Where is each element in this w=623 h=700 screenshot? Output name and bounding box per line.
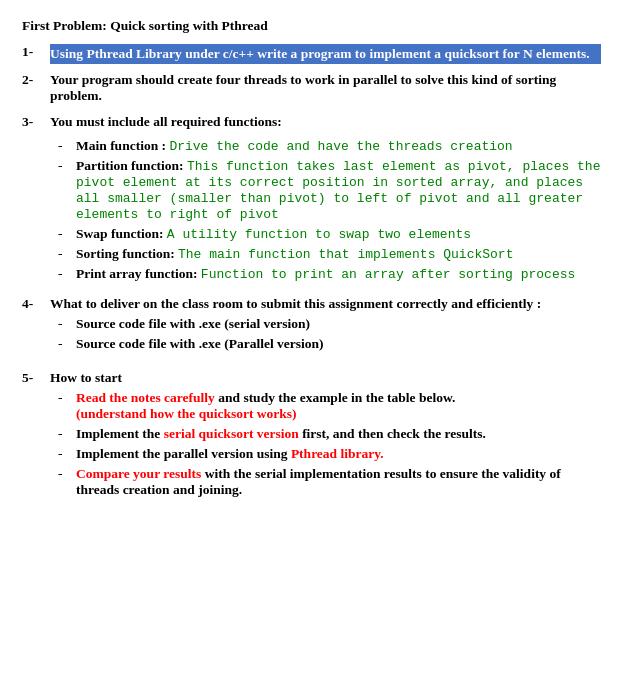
item-text-5: How to start [50, 370, 122, 385]
page-title: First Problem: Quick sorting with Pthrea… [22, 18, 601, 34]
dash-2: - [58, 158, 76, 174]
howto-item-2: - Implement the serial quicksort version… [58, 426, 601, 442]
function-print-desc: Function to print an array after sorting… [201, 267, 575, 282]
function-partition-label: Partition function: [76, 158, 184, 173]
howto-prefix-2: Implement the [76, 426, 164, 441]
list-item-1: 1- Using Pthread Library under c/c++ wri… [22, 44, 601, 64]
function-sorting-content: Sorting function: The main function that… [76, 246, 601, 262]
howto-content-4: Compare your results with the serial imp… [76, 466, 601, 498]
howto-suffix-2: first, and then check the results. [299, 426, 486, 441]
function-item-sorting: - Sorting function: The main function th… [58, 246, 601, 262]
function-main-desc: Drive the code and have the threads crea… [169, 139, 512, 154]
howto-dash-3: - [58, 446, 76, 462]
item-num-1: 1- [22, 44, 50, 60]
item-text-3: You must include all required functions: [50, 114, 282, 129]
functions-list: - Main function : Drive the code and hav… [58, 138, 601, 282]
deliver-dash-2: - [58, 336, 76, 352]
item-num-2: 2- [22, 72, 50, 88]
deliver-list: - Source code file with .exe (serial ver… [58, 316, 601, 352]
function-swap-label: Swap function: [76, 226, 163, 241]
function-swap-content: Swap function: A utility function to swa… [76, 226, 601, 242]
function-item-partition: - Partition function: This function take… [58, 158, 601, 222]
item-text-2: Your program should create four threads … [50, 72, 556, 103]
function-swap-desc: A utility function to swap two elements [167, 227, 471, 242]
function-sorting-desc: The main function that implements QuickS… [178, 247, 513, 262]
deliver-text-2: Source code file with .exe (Parallel ver… [76, 336, 601, 352]
list-item-3: 3- You must include all required functio… [22, 114, 601, 282]
howto-content-1: Read the notes carefully and study the e… [76, 390, 601, 422]
dash-1: - [58, 138, 76, 154]
function-print-label: Print array function: [76, 266, 197, 281]
howto-item-4: - Compare your results with the serial i… [58, 466, 601, 498]
function-print-content: Print array function: Function to print … [76, 266, 601, 282]
howto-red-2: serial quicksort version [164, 426, 299, 441]
function-item-print: - Print array function: Function to prin… [58, 266, 601, 282]
function-main-content: Main function : Drive the code and have … [76, 138, 601, 154]
howto-red-4: Compare your results [76, 466, 201, 481]
howto-dash-2: - [58, 426, 76, 442]
deliver-text-1: Source code file with .exe (serial versi… [76, 316, 601, 332]
item-content-3: You must include all required functions: [50, 114, 601, 130]
howto-black-1: and study the example in the table below… [215, 390, 455, 405]
function-item-swap: - Swap function: A utility function to s… [58, 226, 601, 242]
item-num-5: 5- [22, 370, 50, 386]
howto-red-1: Read the notes carefully [76, 390, 215, 405]
list-item-4: 4- What to deliver on the class room to … [22, 296, 601, 352]
item-text-4: What to deliver on the class room to sub… [50, 296, 541, 311]
function-main-label: Main function : [76, 138, 166, 153]
howto-content-3: Implement the parallel version using Pth… [76, 446, 601, 462]
deliver-item-2: - Source code file with .exe (Parallel v… [58, 336, 601, 352]
deliver-item-1: - Source code file with .exe (serial ver… [58, 316, 601, 332]
howto-red-1b: (understand how the quicksort works) [76, 406, 297, 421]
item-content-5: How to start [50, 370, 601, 386]
list-item-2: 2- Your program should create four threa… [22, 72, 601, 104]
function-partition-content: Partition function: This function takes … [76, 158, 601, 222]
item-num-3: 3- [22, 114, 50, 130]
function-sorting-label: Sorting function: [76, 246, 175, 261]
howto-dash-1: - [58, 390, 76, 406]
howto-content-2: Implement the serial quicksort version f… [76, 426, 601, 442]
item-num-4: 4- [22, 296, 50, 312]
main-list: 1- Using Pthread Library under c/c++ wri… [22, 44, 601, 498]
howto-item-1: - Read the notes carefully and study the… [58, 390, 601, 422]
deliver-dash-1: - [58, 316, 76, 332]
item-text-1: Using Pthread Library under c/c++ write … [50, 46, 590, 61]
howto-item-3: - Implement the parallel version using P… [58, 446, 601, 462]
dash-4: - [58, 246, 76, 262]
howto-prefix-3: Implement the parallel version using [76, 446, 291, 461]
item-content-4: What to deliver on the class room to sub… [50, 296, 601, 312]
dash-3: - [58, 226, 76, 242]
dash-5: - [58, 266, 76, 282]
item-content-2: Your program should create four threads … [50, 72, 601, 104]
list-item-5: 5- How to start - Read the notes careful… [22, 370, 601, 498]
howto-red-3: Pthread library. [291, 446, 384, 461]
howto-dash-4: - [58, 466, 76, 482]
item-content-1: Using Pthread Library under c/c++ write … [50, 44, 601, 64]
function-item-main: - Main function : Drive the code and hav… [58, 138, 601, 154]
howto-list: - Read the notes carefully and study the… [58, 390, 601, 498]
